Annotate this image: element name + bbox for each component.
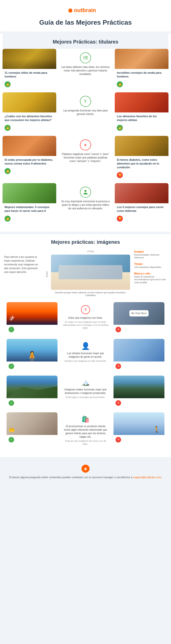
check-icon-2: ✓ — [9, 364, 14, 369]
demo-imagen-text: Recomendado: MinimumMaximum — [134, 254, 167, 259]
img-card-portrait-bad: ✕ — [113, 339, 164, 372]
info-text-lists: Las listas obtienen más clicks, los núme… — [61, 65, 110, 76]
footer-email-link[interactable]: support@outbrain.com. — [133, 476, 162, 479]
demo-image-box — [51, 255, 130, 290]
check-icon-3: ✓ — [9, 400, 14, 406]
x-icon-1: ✕ — [116, 327, 121, 332]
card-icon-alimentos-atletas: 👍 — [115, 123, 168, 131]
card-icon-alimentos: 👍 — [3, 123, 56, 131]
photo-mountain-good — [7, 376, 58, 398]
question-svg: ? — [83, 99, 88, 104]
list-icon — [80, 52, 91, 63]
negative-svg: ✕ — [83, 142, 88, 148]
demo-intro-text: Para ofrecer a los usuarios la mejor exp… — [4, 250, 39, 274]
svg-point-10 — [84, 190, 87, 192]
footer-outbrain-icon: ◉ — [81, 465, 90, 473]
page-title: Guía de las Mejores Prácticas — [5, 19, 166, 26]
svg-text:?: ? — [84, 99, 87, 104]
card-image-diabetes — [115, 136, 168, 156]
img-card-portrait-good-icon: ✓ — [9, 364, 55, 369]
titulares-row-2: ¿Cuáles son los alimentos favoritos que … — [3, 92, 168, 133]
portrait-sub-text: Siempre usa imágenes en alta resolución. — [64, 360, 107, 363]
image-row-1: ✈ ✓ T̶ Evita usar imágenes con texto. Es… — [4, 302, 167, 335]
thumb-down-icon-2: 👎 — [117, 216, 123, 222]
card-image-stress — [3, 136, 56, 156]
demo-marca-text: hasta 40 caracteres, recomendamos que se… — [134, 275, 167, 284]
photo-plane: ✈ — [7, 302, 58, 325]
info-card-person: Es muy importante mencionar la persona a… — [59, 183, 112, 224]
info-card-lists: Las listas obtienen más clicks, los núme… — [59, 49, 112, 90]
img-card-hands-good-content: ✓ — [7, 435, 58, 446]
info-card-product: 🛍️ Si promocionas un producto intenta in… — [60, 412, 111, 449]
image-row-4: 🤲 ✓ 🛍️ Si promocionas un producto intent… — [4, 412, 167, 449]
card-text-alimentos-atletas: Los alimentos favoritos de los mejores a… — [115, 112, 168, 123]
card-icon-11consejos: 👍 — [3, 80, 56, 87]
thumb-up-icon-6: 👍 — [5, 216, 11, 222]
svg-rect-6 — [83, 59, 84, 59]
width-label: 1200px — [51, 250, 130, 253]
img-card-notext-content: ✕ — [113, 325, 164, 335]
svg-rect-2 — [83, 56, 84, 57]
info-text-questions: Las preguntas funcionan muy bien para ge… — [61, 109, 110, 116]
img-card-mountain-bad-icon: ✕ — [116, 400, 162, 406]
no-text-sub-text: Es mejor no usar imágenes que no estén r… — [62, 321, 109, 330]
card-image-pregnant — [3, 183, 56, 203]
img-card-walk-bad: 🚶 ✕ — [113, 412, 164, 449]
demo-center: 1200px 800px Decisivo porque estas cabez… — [43, 250, 130, 297]
card-icon-increibles: 👍 — [115, 80, 168, 87]
footer: ◉ Si tienes alguna pregunta sobre conten… — [0, 460, 171, 487]
photo-notext: No Text Here — [113, 302, 164, 325]
demo-marca-label: Marca o site — [134, 272, 167, 275]
header: outbrain Guía de las Mejores Prácticas — [0, 0, 171, 31]
svg-rect-7 — [85, 59, 88, 59]
info-card-questions: ? Las preguntas funcionan muy bien para … — [59, 92, 112, 133]
info-card-negative: ✕ Palabras negativas como "nunca" o "peo… — [59, 136, 112, 181]
card-running-bad: Los 5 mejores consejos para correr como … — [115, 183, 168, 224]
svg-text:✕: ✕ — [84, 143, 87, 147]
img-card-mountain-good-content: ✓ — [7, 398, 58, 409]
demo-imagen-label: Imagen — [134, 250, 167, 253]
card-icon-pregnant: 👍 — [3, 214, 56, 222]
card-alimentos-atletas: Los alimentos favoritos de los mejores a… — [115, 92, 168, 133]
photo-portrait-good: 🧍 — [7, 339, 58, 361]
card-text-alimentos: ¿Cuáles son los alimentos favoritos que … — [3, 112, 56, 123]
img-card-mountain-good: ✓ — [7, 376, 58, 409]
photo-portrait-bad — [113, 339, 164, 361]
no-text-icon: T̶ — [81, 305, 90, 314]
img-card-walk-bad-content: ✕ — [113, 435, 164, 446]
card-icon-diabetes-good: 👍 — [3, 167, 56, 174]
info-card-portrait: 👤 Los retratos funcionan mejor que imáge… — [60, 339, 111, 372]
img-card-mountain-bad-content: ✕ — [113, 398, 164, 409]
product-main-text: Si promocionas un producto intenta inclu… — [62, 425, 109, 439]
image-demo: Para ofrecer a los usuarios la mejor exp… — [4, 250, 167, 297]
image-row-2: 🧍 ✓ 👤 Los retratos funcionan mejor que i… — [4, 339, 167, 372]
img-card-hands-good-icon: ✓ — [9, 437, 55, 442]
card-increibles: Increíbles consejos de moda para hombres… — [115, 49, 168, 90]
card-text-diabetes-bad: Si tienes diabetes, come estos alimentos… — [115, 156, 168, 171]
svg-rect-4 — [83, 57, 84, 58]
height-label-container: 800px — [43, 258, 50, 291]
real-main-text: Imágenes reales funcionan mejor que ilus… — [62, 388, 109, 395]
logo: outbrain — [5, 6, 166, 16]
thumb-up-icon-5: 👍 — [5, 168, 11, 174]
img-card-hands-good: 🤲 ✓ — [7, 412, 58, 449]
no-text-badge: No Text Here — [129, 310, 149, 316]
titulares-row-3: Si estás preocupada por tu diabetes, nun… — [3, 136, 168, 181]
card-alimentos: ¿Cuáles son los alimentos favoritos que … — [3, 92, 56, 133]
img-card-portrait-good-content: ✓ — [7, 361, 58, 372]
product-sub-text: Trata de usar imágenes de cerca y no de … — [62, 440, 109, 446]
real-sub-text: Evita logos o mensajes promocionales. — [66, 396, 105, 399]
person-icon — [80, 187, 91, 198]
card-image-running — [115, 183, 168, 203]
card-diabetes-bad: Si tienes diabetes, come estos alimentos… — [115, 136, 168, 181]
x-icon-3: ✕ — [116, 400, 121, 406]
outbrain-logo: outbrain — [68, 6, 103, 15]
thumb-up-icon: 👍 — [5, 81, 11, 87]
intro-text: Para ofrecer a los usuarios la mejor exp… — [4, 256, 38, 273]
product-icon: 🛍️ — [81, 415, 90, 423]
person-svg — [83, 189, 88, 195]
portrait-main-text: Los retratos funcionan mejor que imágene… — [62, 352, 109, 359]
thumb-up-icon-2: 👍 — [117, 81, 123, 87]
titulares-section-title: Mejores Prácticas: titulares — [3, 34, 168, 49]
photo-walk: 🚶 — [113, 412, 164, 435]
